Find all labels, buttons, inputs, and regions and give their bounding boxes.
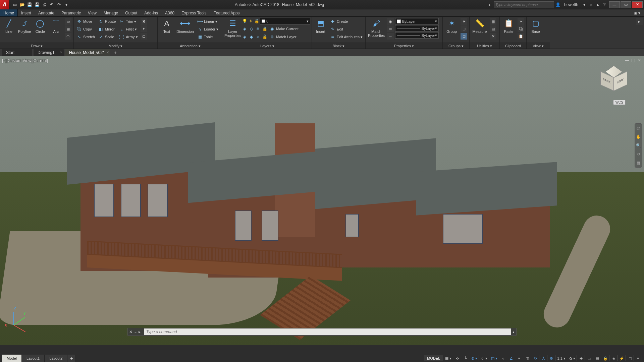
create-block-tool[interactable]: ✚Create [329,18,364,25]
point-icon[interactable]: ✕ [490,33,496,40]
tab-parametric[interactable]: Parametric [58,9,85,16]
layerlock-icon[interactable]: 🔒 [262,26,267,32]
wcs-badge[interactable]: WCS [613,100,626,105]
panel-groups-title[interactable]: Groups ▾ [443,43,469,49]
leader-tool[interactable]: ↘Leader ▾ [196,25,220,33]
trim-tool[interactable]: ✂Trim ▾ [118,18,139,25]
drawing-viewport[interactable]: [–][Custom View][Current] — ▢ ✕ BACK LEF… [0,56,644,345]
layeruniso-icon[interactable]: ◈ [242,34,247,40]
viewcube[interactable]: BACK LEFT [604,70,631,97]
command-input[interactable] [144,328,511,335]
pan-icon[interactable]: ✋ [635,132,642,141]
lock-icon[interactable]: 🔓 [254,18,259,24]
status-snap-icon[interactable]: ⊹ [454,355,461,361]
status-cycling-icon[interactable]: ↻ [532,355,539,361]
new-tab-button[interactable]: + [112,49,119,56]
panel-properties-title[interactable]: Properties ▾ [366,43,442,49]
panel-layers-title[interactable]: Layers ▾ [223,43,312,49]
layer-properties-tool[interactable]: ☰Layer Properties [224,17,241,38]
group-tool[interactable]: ✶Group [444,17,459,34]
rect-icon[interactable]: ▭ [65,18,71,25]
move-tool[interactable]: ✥Move [75,18,96,25]
redo-icon[interactable]: ↷ [56,1,62,8]
make-current-tool[interactable]: ◉Make Current [268,25,300,33]
status-iso-icon[interactable]: ↯ ▾ [480,355,489,361]
status-polar-icon[interactable]: ⊛ ▾ [470,355,479,361]
layerthw-icon[interactable]: ☼ [255,34,261,40]
layouttab-layout2[interactable]: Layout2 [45,355,67,362]
user-name[interactable]: hewetth [562,2,580,7]
base-tool[interactable]: ▢Base [528,17,543,34]
panel-modify-title[interactable]: Modify ▾ [74,43,157,49]
quickcalc-icon[interactable]: ▤ [490,25,496,32]
explode-icon[interactable]: ✦ [141,25,147,32]
status-model-button[interactable]: MODEL [424,355,443,361]
status-annomon-icon[interactable]: 人 [540,355,547,361]
groupedit-icon[interactable]: ⊞ [461,25,467,32]
close-tab-icon[interactable]: ✕ [60,51,62,54]
mirror-tool[interactable]: ◧Mirror [97,25,117,33]
status-otrack-icon[interactable]: ∠ [508,355,515,361]
viewport-close-icon[interactable]: ✕ [638,58,641,63]
color-selector[interactable]: ByLayer▾ [395,18,439,24]
open-icon[interactable]: 📂 [19,1,25,8]
status-customize-icon[interactable]: ≡ [635,355,642,361]
sun-icon[interactable]: ☀ [248,18,253,24]
zoom-icon[interactable]: 🔍 [635,141,642,150]
cmd-recent-icon[interactable]: ⌄ [134,329,137,334]
status-workspace-icon[interactable]: ✿ ▾ [568,355,577,361]
erase-icon[interactable]: ✖ [141,18,147,25]
keyword-search-input[interactable] [494,1,554,8]
print-icon[interactable]: 🖨 [41,1,48,8]
offset-icon[interactable]: ⊏ [141,33,147,40]
linear-tool[interactable]: ⟼Linear ▾ [196,18,220,25]
minimize-button[interactable]: — [609,1,620,8]
edit-block-tool[interactable]: ✎Edit [329,25,364,33]
ellipse-icon[interactable]: ◠ [65,33,71,40]
saveas-icon[interactable]: 💾 [34,1,40,8]
orbit-icon[interactable]: ⟲ [635,150,642,159]
app-logo[interactable]: A [0,0,9,9]
layeriso-icon[interactable]: ◈ [242,26,247,32]
dimension-tool[interactable]: ⟷Dimension [175,17,195,34]
panel-view-title[interactable]: View ▾ [527,43,550,49]
match-properties-tool[interactable]: 🖌Match Properties [367,17,386,38]
viewport-label[interactable]: [–][Custom View][Current] [2,58,48,63]
status-hwaccel-icon[interactable]: ⚡ [618,355,626,361]
a360-icon[interactable]: ▲ [595,2,600,7]
polyline-tool[interactable]: ⎎Polyline [17,17,32,34]
infocenter-arrow-icon[interactable]: ▸ [487,2,492,7]
status-lockui-icon[interactable]: 🔒 [602,355,609,361]
showmotion-icon[interactable]: ▦ [635,159,642,167]
panel-draw-title[interactable]: Draw ▾ [0,43,73,49]
layeron-icon[interactable]: ◆ [249,34,254,40]
filetab-drawing1[interactable]: Drawing1✕ [34,49,64,56]
scale-tool[interactable]: ⤢Scale [97,33,117,41]
rotate-tool[interactable]: ↻Rotate [97,18,117,25]
arc-tool[interactable]: ⌒Arc [48,17,63,34]
text-tool[interactable]: AText [159,17,174,34]
exchange-icon[interactable]: ✕ [588,2,594,7]
cut-icon[interactable]: ✂ [518,18,524,25]
copy2-icon[interactable]: ⿻ [518,25,524,32]
status-grid-icon[interactable]: ▦ ▾ [444,355,453,361]
tab-view[interactable]: View [85,9,100,16]
hatch-icon[interactable]: ▦ [65,25,71,32]
fillet-tool[interactable]: ◟Fillet ▾ [118,25,139,33]
bulb-icon[interactable]: 💡 [242,18,247,24]
layouttab-layout1[interactable]: Layout1 [22,355,45,362]
close-tab-icon[interactable]: ✕ [106,51,109,54]
filetab-start[interactable]: Start [2,49,32,56]
ltype-icon[interactable]: ┈ [387,33,394,40]
status-scale-selector[interactable]: 1:1 ▾ [556,355,567,361]
stretch-tool[interactable]: ⤡Stretch [75,33,96,41]
status-transparency-icon[interactable]: ◫ [524,355,531,361]
cmd-close-icon[interactable]: ✕ [129,329,132,334]
close-button[interactable]: ✕ [632,1,643,8]
panel-clipboard-title[interactable]: Clipboard [500,43,526,49]
paste-tool[interactable]: 📋Paste [501,17,516,34]
copy-tool[interactable]: ⿻Copy [75,25,96,33]
line-tool[interactable]: ╱Line [1,17,16,34]
circle-tool[interactable]: ◯Circle [33,17,48,34]
tab-featured[interactable]: Featured Apps [210,9,244,16]
